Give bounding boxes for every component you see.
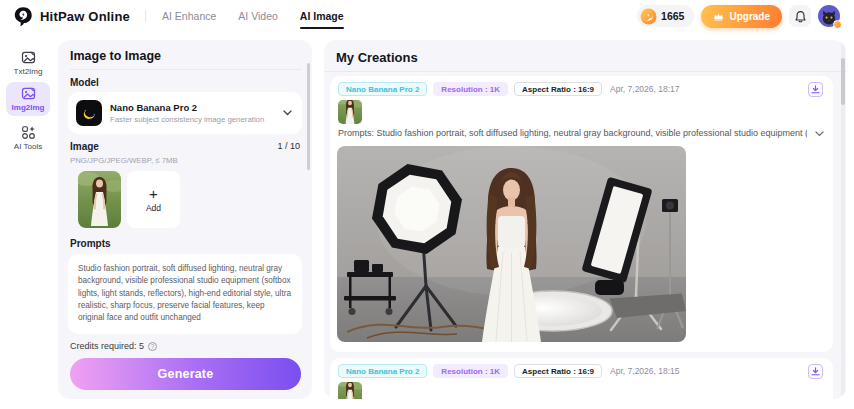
sidebar-item-img2img[interactable]: Img2Img [6,82,50,116]
nano-banana-icon [76,100,102,126]
uploaded-image-thumbnail[interactable] [78,171,121,228]
generate-button[interactable]: Generate [70,358,301,390]
upgrade-button[interactable]: Upgrade [701,5,782,28]
image-format-hint: PNG/JPG/JPEG/WEBP, ≤ 7MB [70,156,178,165]
generated-image[interactable] [337,146,686,342]
my-creations-panel: My Creations Nano Banana Pro 2 Resolutio… [324,40,846,399]
creation-card: Nano Banana Pro 2 Resolution : 1K Aspect… [330,76,833,352]
chevron-down-icon [283,110,292,116]
sidebar-label: Txt2Img [14,67,43,76]
download-button[interactable] [808,364,823,379]
creation-timestamp: Apr, 7,2026, 18:15 [610,366,679,376]
panel-scrollbar-thumb[interactable] [307,63,310,170]
main-nav: AI Enhance AI Video AI Image [162,0,344,32]
hitpaw-logo-icon [13,6,33,27]
creation-timestamp: Apr, 7,2026, 18:17 [610,84,679,94]
model-label: Model [70,77,99,88]
field-photo-thumbnail [78,171,121,228]
img2img-icon [21,86,36,101]
ai-tools-icon [21,125,36,140]
chevron-down-icon[interactable] [815,131,824,137]
header-divider [145,10,146,22]
model-name: Nano Banana Pro 2 [110,102,264,113]
image-section-label: Image [70,141,99,152]
sidebar-label: AI Tools [14,142,42,151]
help-icon[interactable]: ? [148,342,157,351]
creation-tags: Nano Banana Pro 2 Resolution : 1K Aspect… [338,82,680,96]
image-to-image-panel: Image to Image Model Nano Banana Pro 2 F… [58,40,312,399]
coin-icon [640,8,657,25]
source-image-thumbnail[interactable] [338,382,362,399]
creations-scrollbar-thumb[interactable] [841,58,845,105]
field-photo-thumbnail [338,382,362,399]
credits-balance[interactable]: 1665 [637,5,694,27]
nav-item-ai-video[interactable]: AI Video [238,0,278,32]
prompt-input[interactable]: Studio fashion portrait, soft diffused l… [68,254,302,334]
creations-divider [324,71,846,72]
aspect-ratio-tag: Aspect Ratio : 16:9 [514,82,602,96]
app-root: HitPaw Online AI Enhance AI Video AI Ima… [0,0,854,409]
model-selector[interactable]: Nano Banana Pro 2 Faster subject consist… [68,92,302,134]
prompt-preview[interactable]: Prompts: Studio fashion portrait, soft d… [338,128,807,138]
txt2img-icon [21,50,36,65]
header-actions: 1665 Upgrade [637,5,854,28]
resolution-tag: Resolution : 1K [433,82,508,96]
model-tag: Nano Banana Pro 2 [338,364,427,378]
prompts-label: Prompts [70,238,111,249]
nav-item-ai-image[interactable]: AI Image [300,0,344,32]
creation-tags: Nano Banana Pro 2 Resolution : 1K Aspect… [338,364,680,378]
sidebar-label: Img2Img [12,103,45,112]
user-avatar[interactable] [818,5,840,27]
model-description: Faster subject consistency image generat… [110,115,264,124]
credits-required-row: Credits required: 5 ? [70,341,157,351]
sidebar-item-ai-tools[interactable]: AI Tools [6,121,50,155]
bell-icon [794,10,807,23]
field-photo-thumbnail [338,100,362,124]
avatar-badge [833,20,842,29]
top-navbar: HitPaw Online AI Enhance AI Video AI Ima… [0,0,854,32]
notifications-button[interactable] [789,5,811,27]
sidebar-item-txt2img[interactable]: Txt2Img [6,46,50,80]
creations-title: My Creations [336,50,418,65]
plus-icon: + [149,187,158,201]
creation-card: Nano Banana Pro 2 Resolution : 1K Aspect… [330,358,833,399]
brand-title: HitPaw Online [40,9,130,24]
studio-portrait-image [337,146,686,342]
add-label: Add [146,203,161,213]
credits-count: 1665 [661,10,684,22]
resolution-tag: Resolution : 1K [433,364,508,378]
source-image-thumbnail[interactable] [338,100,362,124]
image-count: 1 / 10 [277,141,300,151]
upgrade-label: Upgrade [729,11,770,22]
download-icon [811,367,820,376]
tool-rail: Txt2Img Img2Img AI Tools [0,32,56,409]
model-info: Nano Banana Pro 2 Faster subject consist… [110,102,264,124]
panel-divider [70,69,302,70]
credits-required-text: Credits required: 5 [70,341,144,351]
panel-title: Image to Image [70,49,161,63]
nav-item-ai-enhance[interactable]: AI Enhance [162,0,216,32]
model-tag: Nano Banana Pro 2 [338,82,427,96]
crown-icon [713,12,724,21]
download-icon [811,85,820,94]
add-image-button[interactable]: + Add [127,171,180,228]
aspect-ratio-tag: Aspect Ratio : 16:9 [514,364,602,378]
download-button[interactable] [808,82,823,97]
